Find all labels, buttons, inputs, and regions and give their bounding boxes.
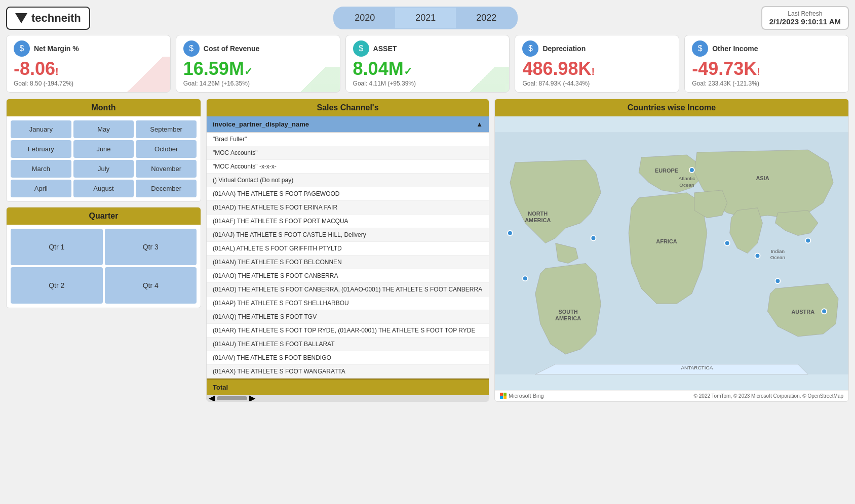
map-container: NORTH AMERICA SOUTH AMERICA AFRICA EUROP…	[495, 116, 848, 390]
svg-text:ANTARCTICA: ANTARCTICA	[681, 364, 713, 370]
kpi-dollar-icon: $	[183, 40, 200, 57]
sales-channel-box: Sales Channel's invoice_partner_display_…	[206, 99, 489, 402]
map-header: Countries wise Income	[495, 99, 848, 116]
kpi-dollar-icon: $	[353, 40, 369, 57]
sales-scrollbar[interactable]: ◀ ▶	[207, 395, 489, 401]
bing-label: Microsoft Bing	[509, 393, 544, 399]
month-btn-february[interactable]: February	[11, 140, 71, 158]
logo-icon	[15, 13, 27, 23]
sales-table-row[interactable]: (01AAD) THE ATHLETE S FOOT ERINA FAIR	[207, 201, 489, 215]
month-btn-july[interactable]: July	[73, 160, 134, 178]
kpi-title: ASSET	[373, 45, 397, 53]
header: techneith 2020 2021 2022 Last Refresh 2/…	[6, 6, 849, 30]
quarter-grid: Qtr 1Qtr 3Qtr 2Qtr 4	[7, 225, 201, 308]
svg-point-17	[689, 167, 694, 173]
svg-text:Atlantic: Atlantic	[679, 176, 695, 181]
svg-text:Ocean: Ocean	[770, 255, 785, 260]
logo: techneith	[6, 7, 90, 30]
kpi-goal: Goal: 233.43K (-121.3%)	[692, 80, 841, 87]
sales-col-header: invoice_partner_display_name ▲	[207, 116, 489, 133]
kpi-header: $ Net Margin %	[14, 40, 163, 57]
svg-point-18	[725, 240, 730, 245]
kpi-net-margin[interactable]: $ Net Margin % -8.06! Goal: 8.50 (-194.7…	[6, 35, 171, 93]
svg-point-14	[508, 230, 513, 235]
svg-text:AFRICA: AFRICA	[656, 238, 677, 244]
quarter-btn-qtr-1[interactable]: Qtr 1	[11, 229, 103, 265]
year-tab-2022[interactable]: 2022	[456, 8, 517, 28]
year-tab-2021[interactable]: 2021	[395, 8, 456, 28]
quarter-btn-qtr-3[interactable]: Qtr 3	[105, 229, 197, 265]
month-btn-august[interactable]: August	[73, 180, 134, 197]
month-btn-october[interactable]: October	[136, 140, 197, 158]
quarter-panel-header: Quarter	[7, 207, 201, 225]
sales-table-row[interactable]: (01AAL) ATHLETE S FOOT GRIFFITH PTYLTD	[207, 242, 489, 256]
month-btn-june[interactable]: June	[73, 140, 134, 158]
svg-text:Ocean: Ocean	[679, 182, 694, 187]
middle-panel: Sales Channel's invoice_partner_display_…	[206, 99, 489, 402]
svg-text:AMERICA: AMERICA	[525, 217, 551, 223]
kpi-depreciation[interactable]: $ Depreciation 486.98K! Goal: 874.93K (-…	[515, 35, 679, 93]
month-btn-march[interactable]: March	[11, 160, 71, 178]
kpi-dollar-icon: $	[14, 40, 30, 57]
sales-table-row[interactable]: (01AAQ) THE ATHLETE S FOOT TGV	[207, 310, 489, 324]
month-panel-header: Month	[7, 99, 201, 116]
quarter-btn-qtr-4[interactable]: Qtr 4	[105, 267, 197, 304]
sales-table-row[interactable]: (01AAP) THE ATHLETE S FOOT SHELLHARBOU	[207, 297, 489, 310]
sales-table-row[interactable]: (01AAR) THE ATHLETE S FOOT TOP RYDE, (01…	[207, 324, 489, 338]
svg-point-19	[755, 253, 760, 258]
kpi-title: Other Income	[712, 45, 758, 53]
svg-text:SOUTH: SOUTH	[558, 309, 577, 315]
sales-table-row[interactable]: "MOC Accounts" -x-x-x-	[207, 160, 489, 174]
kpi-header: $ Depreciation	[522, 40, 672, 57]
kpi-header: $ Other Income	[692, 40, 841, 57]
quarter-btn-qtr-2[interactable]: Qtr 2	[11, 267, 103, 304]
sales-table-row[interactable]: (01AAN) THE ATHLETE S FOOT BELCONNEN	[207, 256, 489, 269]
svg-text:EUROPE: EUROPE	[655, 167, 678, 174]
month-btn-december[interactable]: December	[136, 180, 197, 197]
kpi-title: Depreciation	[542, 45, 586, 53]
left-panel: Month JanuaryMaySeptemberFebruaryJuneOct…	[6, 99, 201, 402]
scroll-right-icon[interactable]: ▶	[249, 393, 255, 402]
month-btn-september[interactable]: September	[136, 120, 197, 138]
last-refresh-box: Last Refresh 2/1/2023 9:10:11 AM	[761, 6, 849, 30]
svg-text:AMERICA: AMERICA	[555, 315, 581, 321]
year-tab-2020[interactable]: 2020	[334, 8, 395, 28]
year-tabs: 2020 2021 2022	[333, 7, 518, 29]
month-btn-november[interactable]: November	[136, 160, 197, 178]
sales-table-row[interactable]: (01AAJ) THE ATHLETE S FOOT CASTLE HILL, …	[207, 228, 489, 242]
svg-text:ASIA: ASIA	[756, 175, 769, 181]
sales-table-row[interactable]: "MOC Accounts"	[207, 146, 489, 160]
month-btn-may[interactable]: May	[73, 120, 134, 138]
sales-table-row[interactable]: (01AAF) THE ATHLETE S FOOT PORT MACQUA	[207, 215, 489, 228]
svg-point-21	[805, 238, 810, 243]
sales-table-row[interactable]: (01AAO) THE ATHLETE S FOOT CANBERRA	[207, 269, 489, 283]
svg-point-16	[591, 235, 596, 240]
kpi-dollar-icon: $	[522, 40, 538, 57]
last-refresh-value: 2/1/2023 9:10:11 AM	[769, 17, 841, 26]
month-btn-april[interactable]: April	[11, 180, 71, 197]
month-panel: Month JanuaryMaySeptemberFebruaryJuneOct…	[6, 99, 201, 202]
sales-table-row[interactable]: "Brad Fuller"	[207, 133, 489, 146]
svg-point-22	[822, 309, 827, 314]
sales-table-row[interactable]: () Virtual Contact (Do not pay)	[207, 174, 489, 187]
month-btn-january[interactable]: January	[11, 120, 71, 138]
map-footer: Microsoft Bing © 2022 TomTom, © 2023 Mic…	[495, 390, 848, 401]
kpi-asset[interactable]: $ ASSET 8.04M✓ Goal: 4.11M (+95.39%)	[345, 35, 510, 93]
map-panel: Countries wise Income	[494, 99, 849, 402]
sales-table-row[interactable]: (01AAX) THE ATHLETE S FOOT WANGARATTA	[207, 365, 489, 379]
scrollbar-thumb[interactable]	[217, 396, 247, 400]
sales-table-row[interactable]: (01AAV) THE ATHLETE S FOOT BENDIGO	[207, 351, 489, 365]
sales-table-row[interactable]: (01AAU) THE ATHLETE S FOOT BALLARAT	[207, 338, 489, 351]
sales-table-row[interactable]: (01AAO) THE ATHLETE S FOOT CANBERRA, (01…	[207, 283, 489, 297]
main-content: Month JanuaryMaySeptemberFebruaryJuneOct…	[6, 99, 849, 402]
scroll-left-icon[interactable]: ◀	[209, 393, 215, 402]
sales-table-row[interactable]: (01AAA) THE ATHLETE S FOOT PAGEWOOD	[207, 187, 489, 201]
kpi-other-income[interactable]: $ Other Income -49.73K! Goal: 233.43K (-…	[684, 35, 849, 93]
map-copyright: © 2022 TomTom, © 2023 Microsoft Corporat…	[694, 393, 843, 399]
kpi-cost-of-revenue[interactable]: $ Cost of Revenue 16.59M✓ Goal: 14.26M (…	[176, 35, 340, 93]
svg-text:Indian: Indian	[771, 248, 785, 254]
kpi-dollar-icon: $	[692, 40, 708, 57]
world-map-svg: NORTH AMERICA SOUTH AMERICA AFRICA EUROP…	[495, 116, 848, 390]
sales-table[interactable]: "Brad Fuller""MOC Accounts""MOC Accounts…	[207, 133, 489, 379]
dashboard: techneith 2020 2021 2022 Last Refresh 2/…	[0, 0, 855, 408]
